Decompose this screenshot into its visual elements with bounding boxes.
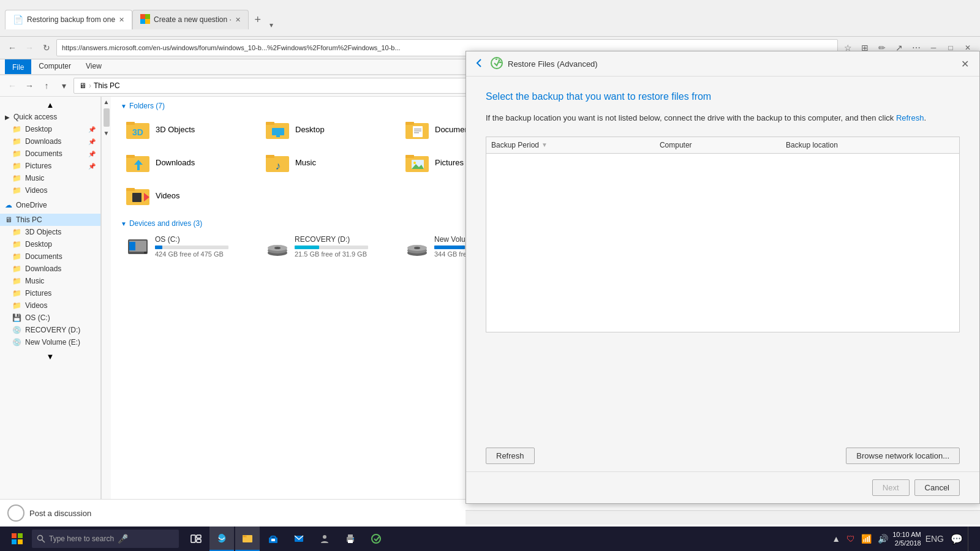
sidebar-item-documents[interactable]: 📁 Documents 📌	[0, 148, 100, 160]
tray-notification-btn[interactable]: 💬	[948, 533, 965, 545]
start-button[interactable]	[2, 527, 32, 551]
sidebar-item-downloads[interactable]: 📁 Downloads 📌	[0, 135, 100, 148]
taskbar-people-btn[interactable]	[312, 527, 337, 551]
tray-network-icon[interactable]: 📶	[859, 534, 873, 544]
explorer-forward-btn[interactable]: →	[22, 78, 37, 93]
mail-icon	[293, 533, 304, 544]
sidebar-quick-access-header[interactable]: ▶ Quick access	[0, 111, 100, 123]
dialog-back-btn[interactable]	[473, 57, 486, 71]
scrollbar-down-arrow[interactable]: ▼	[102, 128, 111, 138]
browser-back-btn[interactable]: ←	[5, 40, 20, 55]
tray-security-icon[interactable]: 🛡	[845, 534, 857, 544]
tray-clock[interactable]: 10:10 AM 2/5/2018	[892, 530, 921, 548]
taskbar-print-btn[interactable]	[338, 527, 363, 551]
explorer-up-btn[interactable]: ↑	[39, 78, 54, 93]
edge-icon	[216, 533, 227, 544]
people-icon	[319, 533, 330, 544]
tab-restoring[interactable]: 📄 Restoring backup from one ✕	[5, 10, 132, 29]
tab-add-button[interactable]: +	[249, 11, 267, 29]
dialog-refresh-link[interactable]: Refresh	[896, 113, 924, 122]
sidebar-onedrive[interactable]: ☁ OneDrive	[0, 199, 100, 211]
svg-point-51	[38, 536, 43, 541]
sidebar-item-desktop[interactable]: 📁 Desktop 📌	[0, 123, 100, 135]
drive-c-name: OS (C:)	[155, 235, 251, 244]
sidebar-item-videos[interactable]: 📁 Videos	[0, 184, 100, 197]
explorer-back-btn[interactable]: ←	[5, 78, 20, 93]
folder-icon-docs2: 📁	[12, 252, 21, 261]
backup-table[interactable]: Backup Period ▼ Computer Backup location	[486, 137, 960, 332]
sidebar-drive-d[interactable]: 💿 RECOVERY (D:)	[0, 324, 100, 336]
folder-item-videos[interactable]: Videos	[121, 181, 255, 209]
sidebar-item-pictures[interactable]: 📁 Pictures 📌	[0, 160, 100, 172]
tab-close-2[interactable]: ✕	[235, 16, 241, 24]
folder-icon-videos-svg	[126, 184, 151, 206]
ribbon-tab-computer[interactable]: Computer	[31, 59, 78, 74]
sidebar-this-pc-pictures[interactable]: 📁 Pictures	[0, 287, 100, 299]
drive-item-d[interactable]: RECOVERY (D:) 21.5 GB free of 31.9 GB	[260, 233, 395, 260]
sidebar-this-pc[interactable]: 🖥 This PC	[0, 214, 100, 226]
pin-icon-downloads: 📌	[88, 138, 96, 145]
taskbar-store-btn[interactable]	[261, 527, 285, 551]
folder-icon-downloads: 📁	[12, 137, 21, 146]
folder-item-music[interactable]: ♪ Music	[260, 148, 395, 176]
taskbar-mail-btn[interactable]	[287, 527, 311, 551]
taskbar-backup-btn[interactable]	[364, 527, 388, 551]
onedrive-icon: ☁	[5, 201, 12, 209]
taskbar-explorer-btn[interactable]	[235, 527, 260, 551]
show-desktop-btn[interactable]	[968, 527, 973, 551]
folder-icon-desktop-svg	[266, 118, 290, 140]
taskbar-edge-btn[interactable]	[209, 527, 234, 551]
folder-name-downloads: Downloads	[156, 158, 195, 167]
dialog-close-btn[interactable]: ✕	[957, 56, 972, 71]
explorer-recent-btn[interactable]: ▾	[56, 78, 71, 93]
scrollbar-up-arrow[interactable]: ▲	[102, 97, 111, 107]
folder-item-desktop[interactable]: Desktop	[260, 115, 395, 143]
drive-e-icon: 💿	[12, 338, 21, 347]
tab-create-question[interactable]: Create a new question · ✕	[132, 10, 249, 29]
sidebar-item-music[interactable]: 📁 Music	[0, 172, 100, 184]
sidebar-this-pc-downloads[interactable]: 📁 Downloads	[0, 263, 100, 275]
sidebar-drive-e[interactable]: 💿 New Volume (E:)	[0, 336, 100, 348]
discussion-bar: Post a discussion	[0, 499, 466, 527]
drive-item-c[interactable]: OS (C:) 424 GB free of 475 GB	[121, 233, 255, 260]
sidebar-drive-c[interactable]: 💾 OS (C:)	[0, 312, 100, 324]
sidebar-scroll-up[interactable]: ▲	[0, 99, 100, 111]
browser-reload-btn[interactable]: ↻	[39, 40, 54, 55]
sidebar-this-pc-videos[interactable]: 📁 Videos	[0, 299, 100, 312]
folder-icon-desktop: 📁	[12, 125, 21, 133]
cancel-button[interactable]: Cancel	[914, 479, 960, 496]
taskbar-search-bar[interactable]: Type here to search 🎤	[32, 530, 179, 548]
taskbar-task-view-btn[interactable]	[184, 527, 208, 551]
table-col-period[interactable]: Backup Period ▼	[491, 141, 660, 149]
refresh-button[interactable]: Refresh	[486, 448, 535, 464]
tab-label-2: Create a new question ·	[154, 15, 232, 24]
folder-item-downloads[interactable]: Downloads	[121, 148, 255, 176]
svg-rect-2	[140, 19, 145, 24]
drive-d-name: RECOVERY (D:)	[295, 235, 390, 244]
scrollbar-thumb[interactable]	[104, 108, 110, 127]
sidebar-scrollbar[interactable]: ▲ ▼	[101, 97, 111, 510]
sidebar-this-pc-documents[interactable]: 📁 Documents	[0, 250, 100, 263]
tray-lang-icon[interactable]: ENG	[924, 534, 946, 544]
tab-list-arrow[interactable]: ▾	[267, 21, 276, 29]
tab-close-1[interactable]: ✕	[119, 16, 124, 24]
ribbon-tab-file[interactable]: File	[5, 59, 31, 74]
sidebar-this-pc-music[interactable]: 📁 Music	[0, 275, 100, 287]
browser-forward-btn[interactable]: →	[22, 40, 37, 55]
taskbar-mic-icon[interactable]: 🎤	[118, 534, 128, 544]
table-col-location: Backup location	[786, 141, 954, 149]
svg-point-67	[372, 534, 380, 543]
sidebar-this-pc-desktop[interactable]: 📁 Desktop	[0, 238, 100, 250]
folder-item-3dobjects[interactable]: 3D 3D Objects	[121, 115, 255, 143]
next-button[interactable]: Next	[872, 479, 910, 496]
ribbon-tab-view[interactable]: View	[78, 59, 109, 74]
sidebar-scroll-down[interactable]: ▼	[0, 351, 100, 362]
folder-icon-downloads-svg	[126, 151, 151, 173]
browse-network-button[interactable]: Browse network location...	[846, 448, 960, 464]
sidebar-item-3d-objects[interactable]: 📁 3D Objects	[0, 226, 100, 238]
backup-icon	[371, 533, 382, 544]
tray-volume-icon[interactable]: 🔊	[876, 534, 890, 544]
tray-arrow-icon[interactable]: ▲	[830, 534, 842, 544]
folder-name-videos: Videos	[156, 191, 180, 200]
discussion-post-label[interactable]: Post a discussion	[29, 509, 91, 518]
